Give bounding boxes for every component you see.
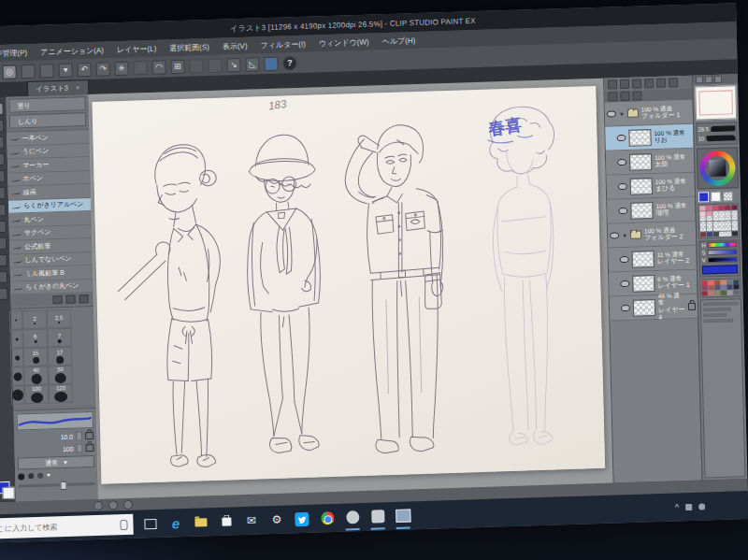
text-tool-icon[interactable] xyxy=(0,271,7,283)
eraser-tool-icon[interactable] xyxy=(0,187,6,199)
save-dropdown-icon[interactable]: ▾ xyxy=(58,63,72,77)
new-layer-icon[interactable] xyxy=(608,79,617,89)
chrome-icon[interactable] xyxy=(319,510,335,526)
grid-icon[interactable] xyxy=(189,59,203,73)
brush-size-cell[interactable] xyxy=(10,366,23,385)
brush-size-cell[interactable]: 100 xyxy=(24,384,49,404)
layer-visible-icon[interactable] xyxy=(618,183,627,190)
microsoft-store-icon[interactable] xyxy=(218,513,234,530)
undo-icon[interactable]: ↶ xyxy=(77,62,91,76)
delete-subtool-icon[interactable] xyxy=(79,294,88,303)
lock-icon[interactable] xyxy=(85,444,94,452)
stepper-icon[interactable] xyxy=(76,431,82,440)
settings-gear-icon[interactable]: ⚙ xyxy=(268,511,284,528)
running-app-window-icon[interactable] xyxy=(395,508,410,524)
deselect-icon[interactable]: ✳ xyxy=(114,61,128,75)
brush-size-cell[interactable]: 15 xyxy=(23,348,48,367)
brush-size-row[interactable]: 10.0 xyxy=(17,431,94,443)
sub-color-chip[interactable] xyxy=(2,487,14,499)
menu-view[interactable]: 表示(V) xyxy=(223,40,248,51)
material-panel[interactable] xyxy=(700,298,746,479)
menu-filter[interactable]: フィルター(I) xyxy=(260,38,306,50)
duplicate-subtool-icon[interactable] xyxy=(65,294,75,303)
layer-visible-icon[interactable] xyxy=(620,280,629,287)
brush-size-cell[interactable]: 17 xyxy=(48,347,72,366)
close-tab-icon[interactable]: × xyxy=(76,83,80,92)
eye-icon[interactable]: ◎ xyxy=(2,65,16,79)
standard-color-set-panel[interactable] xyxy=(699,278,741,297)
task-view-icon[interactable] xyxy=(142,515,158,532)
snap-special-ruler-icon[interactable]: ◺ xyxy=(245,57,259,71)
running-app-icon-1[interactable] xyxy=(344,510,360,526)
canvas-page[interactable]: 183 xyxy=(92,86,605,484)
brush-size-cell[interactable]: 120 xyxy=(49,384,73,404)
color-set-panel[interactable] xyxy=(698,203,740,238)
brush-size-cell[interactable] xyxy=(9,329,22,348)
subtool-group-fill[interactable]: 塗り xyxy=(8,96,85,113)
layer-visible-icon[interactable] xyxy=(617,159,626,165)
fit-screen-icon[interactable] xyxy=(108,500,118,510)
snap-ruler-icon[interactable]: ↘ xyxy=(226,57,240,71)
guide-icon[interactable] xyxy=(208,58,222,72)
brush-size-cell[interactable]: 2.5 xyxy=(47,309,71,329)
layer-row-layer2[interactable]: 11 % 通常レイヤー 2 xyxy=(608,246,697,273)
brush-size-cell[interactable]: 6 xyxy=(22,329,47,349)
opacity-icon[interactable] xyxy=(620,92,629,101)
navigator-thumbnail[interactable] xyxy=(695,85,737,120)
edge-icon[interactable]: e xyxy=(167,515,183,532)
mail-icon[interactable]: ✉ xyxy=(243,512,259,529)
layer-row-layer4[interactable]: 49 % 通常レイヤー 4 xyxy=(610,294,698,322)
brush-size-cell[interactable] xyxy=(11,385,24,404)
menu-page-management[interactable]: ページ管理(P) xyxy=(0,48,27,60)
file-explorer-icon[interactable] xyxy=(193,514,209,531)
brush-tool-icon[interactable] xyxy=(0,136,5,149)
tray-icon[interactable] xyxy=(685,503,692,510)
layer-visible-icon[interactable] xyxy=(621,305,630,311)
help-icon[interactable]: ? xyxy=(282,55,296,69)
layer-row-folder1[interactable]: ▼ 100 % 通過フォルダー 1 xyxy=(605,100,694,127)
lock-icon[interactable] xyxy=(85,432,94,439)
property-slider[interactable] xyxy=(18,482,94,488)
rotate-icon[interactable]: ◠ xyxy=(151,60,165,74)
layer-visible-icon[interactable] xyxy=(607,110,616,117)
layer-visible-icon[interactable] xyxy=(620,256,629,263)
color-wheel[interactable] xyxy=(699,150,736,186)
layer-visible-icon[interactable] xyxy=(616,135,626,141)
brush-tip-row[interactable]: ▾ xyxy=(18,470,94,481)
blend-tool-icon[interactable] xyxy=(0,204,6,216)
zoom-out-icon[interactable] xyxy=(94,500,103,510)
brush-size-cell[interactable]: 50 xyxy=(48,366,72,385)
sub-color-chip[interactable] xyxy=(711,192,721,202)
figure-tool-icon[interactable] xyxy=(0,254,7,266)
current-colors[interactable] xyxy=(0,481,13,498)
folder-expand-icon[interactable]: ▼ xyxy=(622,232,627,237)
layer-row-mahiru[interactable]: 100 % 通常まひる xyxy=(607,173,696,200)
main-color-chip[interactable] xyxy=(698,192,709,202)
hsv-slider-panel[interactable]: H S V xyxy=(698,239,741,277)
new-folder-icon[interactable] xyxy=(620,79,629,89)
layer-row-folder2[interactable]: ▼ 100 % 通過フォルダー 2 xyxy=(608,222,697,249)
right-panel-tabs[interactable] xyxy=(693,74,738,85)
layer-row-tasuke[interactable]: 100 % 通常太助 xyxy=(606,149,695,176)
merge-layer-icon[interactable] xyxy=(632,79,641,88)
search-input[interactable] xyxy=(0,521,94,535)
microphone-icon[interactable] xyxy=(120,519,127,529)
pen-tool-icon[interactable] xyxy=(0,103,4,115)
color-wheel-panel[interactable] xyxy=(697,147,739,189)
crop-icon[interactable]: ◌ xyxy=(133,61,147,75)
clip-layer-icon[interactable] xyxy=(644,79,654,88)
tray-chevron-icon[interactable]: ^ xyxy=(675,502,679,511)
layer-visible-icon[interactable] xyxy=(610,232,619,238)
menu-layer[interactable]: レイヤー(L) xyxy=(117,43,157,54)
folder-expand-icon[interactable]: ▼ xyxy=(619,110,625,116)
decoration-tool-icon[interactable] xyxy=(0,170,6,182)
taskbar-search[interactable] xyxy=(0,514,134,539)
airbrush-tool-icon[interactable] xyxy=(0,153,5,165)
zoom-in-icon[interactable] xyxy=(123,499,133,509)
delete-layer-icon[interactable] xyxy=(669,78,678,87)
brush-size-cell[interactable]: 40 xyxy=(23,366,48,385)
running-app-icon-2[interactable] xyxy=(369,509,385,525)
brush-size-cell[interactable]: 7 xyxy=(47,328,71,348)
duplicate-page-icon[interactable] xyxy=(39,64,53,78)
new-subtool-icon[interactable] xyxy=(52,294,62,303)
